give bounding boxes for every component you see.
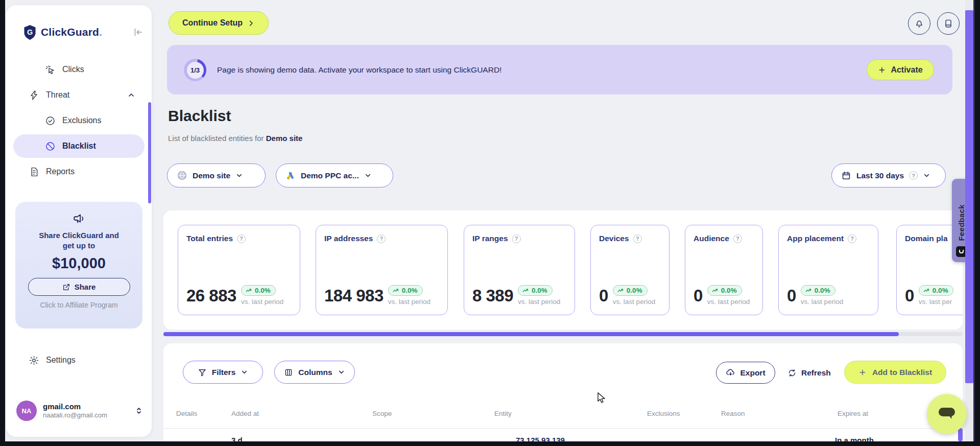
site-selector-value: Demo site: [193, 171, 230, 180]
affiliate-promo-card[interactable]: Share ClickGuard and get up to $10,000 S…: [15, 202, 142, 328]
export-button[interactable]: Export: [716, 362, 775, 384]
main-canvas: G ClickGuard. ClicksThreatExclusionsBlac…: [5, 0, 975, 441]
filters-button[interactable]: Filters: [183, 361, 263, 384]
stat-card-subtext: vs. last period: [801, 297, 843, 306]
trend-badge: 0.0%: [613, 285, 648, 296]
refresh-button[interactable]: Refresh: [787, 362, 831, 384]
blacklist-table-panel: Filters Columns Export Refresh Add to Bl…: [163, 343, 963, 441]
table-header-divider: [163, 428, 963, 429]
sidebar-item-settings[interactable]: Settings: [13, 348, 145, 372]
svg-text:G: G: [27, 28, 33, 36]
avatar: NA: [16, 401, 37, 421]
trend-badge: 0.0%: [518, 285, 553, 296]
sidebar-scrollbar-thumb[interactable]: [148, 102, 151, 203]
workspace-name: gmail.com: [43, 402, 107, 412]
stat-card-label: Devices: [599, 234, 629, 243]
help-icon[interactable]: ?: [909, 171, 918, 180]
clickguard-logo-icon: G: [23, 25, 37, 40]
funnel-icon: [198, 368, 207, 377]
help-icon[interactable]: ?: [512, 234, 521, 243]
stat-card-value: 184 983: [324, 286, 384, 306]
promo-amount: $10,000: [15, 255, 142, 272]
stat-card-subtext: vs. last period: [388, 297, 431, 306]
chat-widget-button[interactable]: [927, 394, 967, 434]
document-icon: [29, 167, 39, 177]
stat-card-label: IP ranges: [472, 234, 508, 243]
stat-card-label: Domain pla: [905, 234, 948, 243]
bolt-icon: [29, 90, 39, 101]
stat-card-subtext: vs. last per: [919, 297, 953, 306]
row-entity-link[interactable]: 73.125.93.139: [516, 436, 565, 441]
help-icon[interactable]: ?: [733, 234, 742, 243]
table-scrollbar-thumb[interactable]: [958, 428, 963, 441]
setup-progress-ring: 1/3: [184, 59, 206, 81]
sidebar-item-threat[interactable]: Threat: [13, 83, 145, 107]
sidebar-collapse-icon[interactable]: [132, 27, 144, 38]
calendar-icon: [841, 171, 851, 181]
row-expires-at: In a month: [835, 436, 874, 441]
badge-check-icon: [45, 115, 56, 126]
horizontal-scrollbar-thumb[interactable]: [163, 332, 899, 336]
date-range-value: Last 30 days: [856, 171, 904, 180]
row-added-at: 3 d: [231, 436, 243, 441]
page-scrollbar-thumb[interactable]: [965, 10, 973, 383]
chevron-down-icon: [338, 368, 345, 376]
column-header-entity: Entity: [494, 410, 512, 417]
help-icon[interactable]: ?: [633, 234, 642, 243]
stat-card-subtext: vs. last period: [707, 297, 750, 306]
continue-setup-button[interactable]: Continue Setup: [169, 11, 269, 35]
columns-button[interactable]: Columns: [274, 361, 355, 384]
stat-card-value: 0: [599, 286, 608, 306]
share-button[interactable]: Share: [28, 278, 130, 296]
docs-button[interactable]: [937, 12, 960, 35]
banner-message: Page is showing demo data. Activate your…: [217, 45, 501, 95]
stat-card-value: 8 389: [472, 286, 513, 306]
stat-card-app-placement: App placement?00.0%vs. last period: [778, 225, 878, 315]
activate-button[interactable]: Activate: [867, 59, 934, 80]
sidebar-item-label: Exclusions: [62, 116, 101, 125]
stat-card-label: IP addresses: [324, 234, 373, 243]
add-to-blacklist-button[interactable]: Add to Blacklist: [844, 361, 946, 384]
sidebar-item-blacklist[interactable]: Blacklist: [13, 134, 145, 158]
external-link-icon: [62, 283, 70, 291]
ban-icon: [45, 141, 56, 152]
sidebar-item-exclusions[interactable]: Exclusions: [13, 109, 145, 132]
workspace-switcher[interactable]: NA gmail.com naatali.ro@gmail.com: [16, 397, 144, 424]
ppc-account-selector[interactable]: Demo PPC ac...: [276, 163, 393, 187]
site-selector[interactable]: Demo site: [167, 163, 266, 187]
chevron-down-icon: [364, 172, 372, 179]
trend-up-icon: [245, 287, 252, 294]
sidebar-item-reports[interactable]: Reports: [13, 160, 145, 183]
trend-badge: 0.0%: [241, 285, 276, 296]
sidebar-item-label: Blacklist: [62, 142, 96, 151]
promo-footer: Click to Affiliate Program: [15, 301, 142, 309]
megaphone-icon: [73, 212, 86, 225]
chevron-right-icon: [247, 19, 255, 27]
help-icon[interactable]: ?: [377, 234, 386, 243]
stat-card-label: Audience: [694, 234, 729, 243]
stat-card-ip-addresses: IP addresses?184 9830.0%vs. last period: [316, 225, 448, 315]
chevron-up-icon[interactable]: [127, 91, 135, 99]
help-icon[interactable]: ?: [237, 234, 246, 243]
sidebar: G ClickGuard. ClicksThreatExclusionsBlac…: [6, 5, 152, 437]
help-icon[interactable]: ?: [848, 234, 856, 243]
horizontal-scrollbar-track[interactable]: [163, 332, 963, 336]
plus-icon: [878, 66, 886, 74]
notifications-button[interactable]: [908, 12, 930, 35]
globe-icon: [177, 170, 187, 181]
sidebar-item-clicks[interactable]: Clicks: [13, 58, 145, 81]
column-header-exclusions: Exclusions: [647, 410, 680, 417]
stat-card-audience: Audience?00.0%vs. last period: [685, 225, 763, 315]
trend-up-icon: [711, 287, 719, 294]
date-range-selector[interactable]: Last 30 days ?: [831, 163, 946, 187]
chevron-down-icon: [235, 172, 243, 179]
settings-label: Settings: [46, 356, 76, 365]
refresh-icon: [787, 368, 797, 378]
columns-icon: [284, 368, 293, 377]
stat-card-subtext: vs. last period: [613, 297, 655, 306]
app-window: G ClickGuard. ClicksThreatExclusionsBlac…: [0, 0, 980, 446]
column-header-reason: Reason: [721, 410, 745, 417]
speech-bubble-icon: [936, 405, 958, 423]
chevron-down-icon: [241, 368, 248, 376]
ppc-account-value: Demo PPC ac...: [301, 171, 359, 180]
